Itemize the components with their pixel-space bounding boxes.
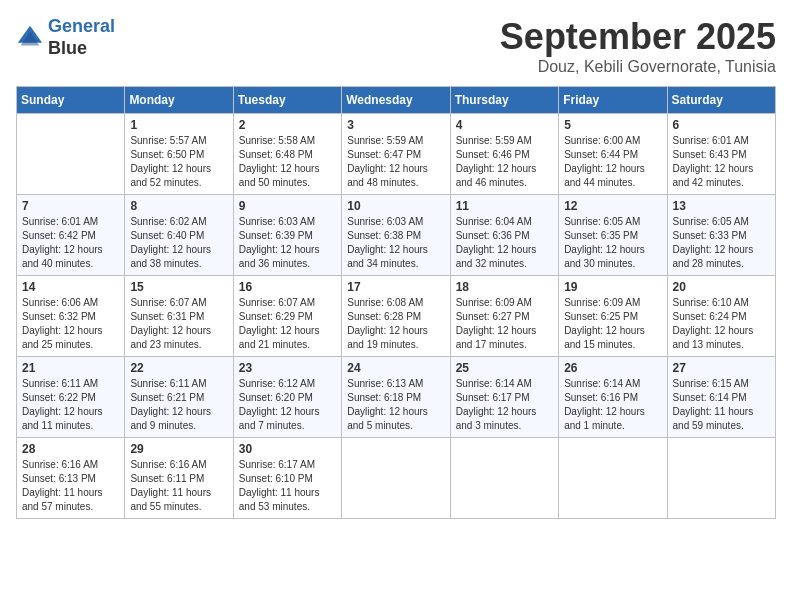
day-info: Sunrise: 5:57 AM Sunset: 6:50 PM Dayligh… [130,134,227,190]
day-info: Sunrise: 6:09 AM Sunset: 6:25 PM Dayligh… [564,296,661,352]
calendar-cell: 8Sunrise: 6:02 AM Sunset: 6:40 PM Daylig… [125,195,233,276]
day-number: 27 [673,361,770,375]
day-number: 26 [564,361,661,375]
day-number: 16 [239,280,336,294]
day-info: Sunrise: 6:15 AM Sunset: 6:14 PM Dayligh… [673,377,770,433]
header-row: SundayMondayTuesdayWednesdayThursdayFrid… [17,87,776,114]
day-number: 7 [22,199,119,213]
day-number: 25 [456,361,553,375]
calendar-cell: 19Sunrise: 6:09 AM Sunset: 6:25 PM Dayli… [559,276,667,357]
calendar-cell: 21Sunrise: 6:11 AM Sunset: 6:22 PM Dayli… [17,357,125,438]
calendar-cell: 13Sunrise: 6:05 AM Sunset: 6:33 PM Dayli… [667,195,775,276]
day-info: Sunrise: 6:16 AM Sunset: 6:11 PM Dayligh… [130,458,227,514]
calendar-cell: 1Sunrise: 5:57 AM Sunset: 6:50 PM Daylig… [125,114,233,195]
calendar-cell: 5Sunrise: 6:00 AM Sunset: 6:44 PM Daylig… [559,114,667,195]
day-number: 3 [347,118,444,132]
week-row-3: 14Sunrise: 6:06 AM Sunset: 6:32 PM Dayli… [17,276,776,357]
calendar-cell: 16Sunrise: 6:07 AM Sunset: 6:29 PM Dayli… [233,276,341,357]
day-info: Sunrise: 6:14 AM Sunset: 6:16 PM Dayligh… [564,377,661,433]
calendar-cell: 4Sunrise: 5:59 AM Sunset: 6:46 PM Daylig… [450,114,558,195]
week-row-5: 28Sunrise: 6:16 AM Sunset: 6:13 PM Dayli… [17,438,776,519]
day-number: 8 [130,199,227,213]
day-number: 12 [564,199,661,213]
column-header-sunday: Sunday [17,87,125,114]
column-header-tuesday: Tuesday [233,87,341,114]
page-title: September 2025 [500,16,776,58]
calendar-cell: 17Sunrise: 6:08 AM Sunset: 6:28 PM Dayli… [342,276,450,357]
day-info: Sunrise: 5:59 AM Sunset: 6:47 PM Dayligh… [347,134,444,190]
week-row-2: 7Sunrise: 6:01 AM Sunset: 6:42 PM Daylig… [17,195,776,276]
calendar-cell: 26Sunrise: 6:14 AM Sunset: 6:16 PM Dayli… [559,357,667,438]
day-info: Sunrise: 6:06 AM Sunset: 6:32 PM Dayligh… [22,296,119,352]
calendar-cell: 28Sunrise: 6:16 AM Sunset: 6:13 PM Dayli… [17,438,125,519]
day-number: 1 [130,118,227,132]
column-header-thursday: Thursday [450,87,558,114]
column-header-wednesday: Wednesday [342,87,450,114]
day-number: 4 [456,118,553,132]
day-number: 21 [22,361,119,375]
day-number: 17 [347,280,444,294]
day-number: 28 [22,442,119,456]
day-info: Sunrise: 6:05 AM Sunset: 6:33 PM Dayligh… [673,215,770,271]
day-number: 10 [347,199,444,213]
day-info: Sunrise: 5:58 AM Sunset: 6:48 PM Dayligh… [239,134,336,190]
day-info: Sunrise: 5:59 AM Sunset: 6:46 PM Dayligh… [456,134,553,190]
logo-text: General Blue [48,16,115,59]
calendar-cell: 6Sunrise: 6:01 AM Sunset: 6:43 PM Daylig… [667,114,775,195]
calendar-cell [342,438,450,519]
day-info: Sunrise: 6:05 AM Sunset: 6:35 PM Dayligh… [564,215,661,271]
calendar-cell: 18Sunrise: 6:09 AM Sunset: 6:27 PM Dayli… [450,276,558,357]
day-number: 30 [239,442,336,456]
column-header-friday: Friday [559,87,667,114]
calendar-cell: 9Sunrise: 6:03 AM Sunset: 6:39 PM Daylig… [233,195,341,276]
day-number: 22 [130,361,227,375]
day-info: Sunrise: 6:01 AM Sunset: 6:43 PM Dayligh… [673,134,770,190]
day-info: Sunrise: 6:00 AM Sunset: 6:44 PM Dayligh… [564,134,661,190]
calendar-cell: 30Sunrise: 6:17 AM Sunset: 6:10 PM Dayli… [233,438,341,519]
calendar-cell: 20Sunrise: 6:10 AM Sunset: 6:24 PM Dayli… [667,276,775,357]
day-info: Sunrise: 6:14 AM Sunset: 6:17 PM Dayligh… [456,377,553,433]
day-number: 15 [130,280,227,294]
day-info: Sunrise: 6:10 AM Sunset: 6:24 PM Dayligh… [673,296,770,352]
day-info: Sunrise: 6:13 AM Sunset: 6:18 PM Dayligh… [347,377,444,433]
day-number: 2 [239,118,336,132]
day-info: Sunrise: 6:09 AM Sunset: 6:27 PM Dayligh… [456,296,553,352]
day-info: Sunrise: 6:07 AM Sunset: 6:29 PM Dayligh… [239,296,336,352]
week-row-1: 1Sunrise: 5:57 AM Sunset: 6:50 PM Daylig… [17,114,776,195]
calendar-table: SundayMondayTuesdayWednesdayThursdayFrid… [16,86,776,519]
calendar-cell: 7Sunrise: 6:01 AM Sunset: 6:42 PM Daylig… [17,195,125,276]
calendar-cell: 3Sunrise: 5:59 AM Sunset: 6:47 PM Daylig… [342,114,450,195]
day-number: 14 [22,280,119,294]
calendar-cell: 15Sunrise: 6:07 AM Sunset: 6:31 PM Dayli… [125,276,233,357]
day-info: Sunrise: 6:04 AM Sunset: 6:36 PM Dayligh… [456,215,553,271]
calendar-cell: 29Sunrise: 6:16 AM Sunset: 6:11 PM Dayli… [125,438,233,519]
logo: General Blue [16,16,115,59]
day-info: Sunrise: 6:11 AM Sunset: 6:21 PM Dayligh… [130,377,227,433]
day-info: Sunrise: 6:17 AM Sunset: 6:10 PM Dayligh… [239,458,336,514]
day-info: Sunrise: 6:02 AM Sunset: 6:40 PM Dayligh… [130,215,227,271]
page-subtitle: Douz, Kebili Governorate, Tunisia [500,58,776,76]
day-number: 9 [239,199,336,213]
day-number: 13 [673,199,770,213]
column-header-saturday: Saturday [667,87,775,114]
day-info: Sunrise: 6:11 AM Sunset: 6:22 PM Dayligh… [22,377,119,433]
calendar-cell [559,438,667,519]
day-info: Sunrise: 6:07 AM Sunset: 6:31 PM Dayligh… [130,296,227,352]
day-number: 18 [456,280,553,294]
calendar-cell: 10Sunrise: 6:03 AM Sunset: 6:38 PM Dayli… [342,195,450,276]
calendar-cell: 2Sunrise: 5:58 AM Sunset: 6:48 PM Daylig… [233,114,341,195]
day-info: Sunrise: 6:16 AM Sunset: 6:13 PM Dayligh… [22,458,119,514]
day-number: 19 [564,280,661,294]
calendar-cell [450,438,558,519]
calendar-cell: 25Sunrise: 6:14 AM Sunset: 6:17 PM Dayli… [450,357,558,438]
day-number: 6 [673,118,770,132]
day-number: 5 [564,118,661,132]
calendar-cell: 12Sunrise: 6:05 AM Sunset: 6:35 PM Dayli… [559,195,667,276]
column-header-monday: Monday [125,87,233,114]
day-info: Sunrise: 6:12 AM Sunset: 6:20 PM Dayligh… [239,377,336,433]
day-number: 20 [673,280,770,294]
calendar-cell: 27Sunrise: 6:15 AM Sunset: 6:14 PM Dayli… [667,357,775,438]
calendar-cell [667,438,775,519]
calendar-cell: 11Sunrise: 6:04 AM Sunset: 6:36 PM Dayli… [450,195,558,276]
day-number: 23 [239,361,336,375]
